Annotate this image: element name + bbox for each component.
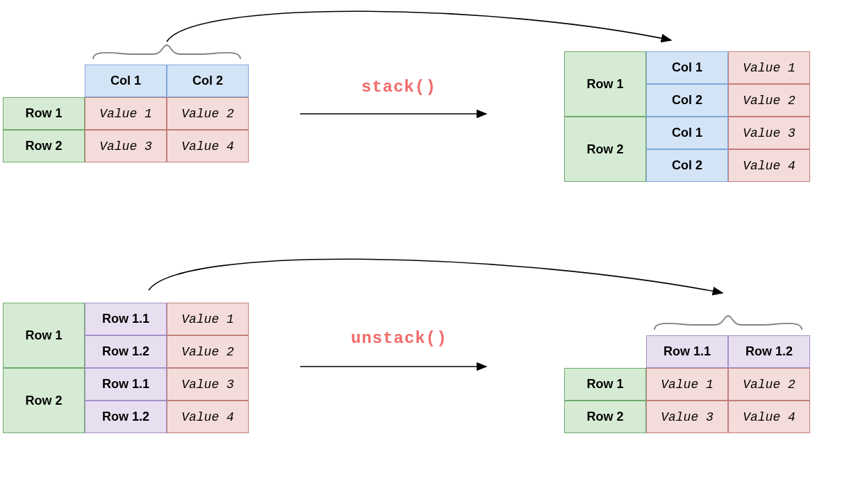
row-header-outer: Row 1 xyxy=(3,303,85,368)
unstack-label: unstack() xyxy=(351,329,447,348)
col-header: Col 2 xyxy=(167,65,249,97)
row-header: Row 1 xyxy=(3,97,85,130)
row-header-outer: Row 2 xyxy=(564,117,646,182)
col-header: Row 1.1 xyxy=(646,335,728,368)
data-cell: Value 1 xyxy=(728,51,810,84)
row-header: Row 2 xyxy=(564,401,646,433)
data-cell: Value 3 xyxy=(646,401,728,433)
data-cell: Value 1 xyxy=(646,368,728,401)
row-header-inner: Row 1.1 xyxy=(85,303,167,335)
row-header-inner: Row 1.2 xyxy=(85,401,167,433)
data-cell: Value 4 xyxy=(167,130,249,162)
arrow-icon xyxy=(149,259,723,293)
row-header: Row 2 xyxy=(3,130,85,162)
arrow-icon xyxy=(167,11,671,42)
row-header-inner: Col 1 xyxy=(646,51,728,84)
data-cell: Value 2 xyxy=(167,97,249,130)
brace-icon xyxy=(93,45,240,59)
row-header-outer: Row 2 xyxy=(3,368,85,433)
data-cell: Value 2 xyxy=(728,368,810,401)
col-header: Col 1 xyxy=(85,65,167,97)
row-header-inner: Row 1.2 xyxy=(85,335,167,368)
row-header-outer: Row 1 xyxy=(564,51,646,117)
data-cell: Value 3 xyxy=(167,368,249,401)
row-header-inner: Col 1 xyxy=(646,117,728,149)
data-cell: Value 1 xyxy=(167,303,249,335)
brace-icon xyxy=(654,316,802,330)
data-cell: Value 2 xyxy=(728,84,810,117)
data-cell: Value 4 xyxy=(728,401,810,433)
data-cell: Value 4 xyxy=(167,401,249,433)
row-header: Row 1 xyxy=(564,368,646,401)
data-cell: Value 1 xyxy=(85,97,167,130)
row-header-inner: Row 1.1 xyxy=(85,368,167,401)
data-cell: Value 3 xyxy=(85,130,167,162)
data-cell: Value 2 xyxy=(167,335,249,368)
row-header-inner: Col 2 xyxy=(646,84,728,117)
data-cell: Value 3 xyxy=(728,117,810,149)
stack-label: stack() xyxy=(361,78,436,96)
data-cell: Value 4 xyxy=(728,149,810,182)
row-header-inner: Col 2 xyxy=(646,149,728,182)
col-header: Row 1.2 xyxy=(728,335,810,368)
